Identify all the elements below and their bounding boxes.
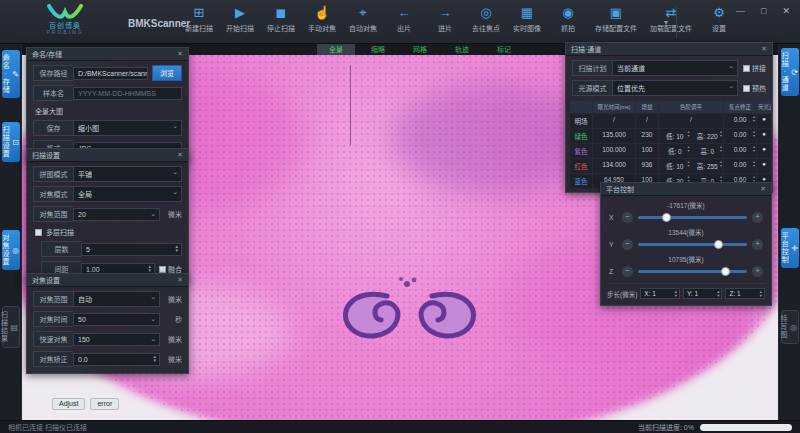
focus-range-label: 对焦范围 bbox=[33, 291, 73, 307]
panel-stage-control: 平台控制 ✕ -17617(微米) X − + 13544(微米) Y − + … bbox=[600, 182, 772, 306]
z-slider-thumb[interactable] bbox=[721, 267, 730, 276]
toolbar-stop-scan[interactable]: ◼ 停止扫描 bbox=[267, 5, 295, 33]
z-step-stepper[interactable]: Z: 1 bbox=[725, 288, 765, 299]
sample-name-input[interactable]: YYYY-MM-DD-HHMMSS bbox=[73, 87, 182, 100]
panel-title: 平台控制 bbox=[606, 184, 634, 194]
x-slider-thumb[interactable] bbox=[662, 213, 671, 222]
y-plus-button[interactable]: + bbox=[752, 239, 763, 250]
focus-mode-select[interactable]: 全局 bbox=[73, 186, 182, 202]
focus-correction-stepper[interactable]: 0.0 bbox=[73, 353, 160, 366]
fusion-checkbox[interactable] bbox=[159, 266, 166, 273]
view-tab-grid[interactable]: 网格 bbox=[401, 44, 439, 55]
channel-toggle[interactable]: ● bbox=[757, 144, 771, 158]
close-icon[interactable]: ✕ bbox=[760, 185, 766, 193]
focus-correction-stepper[interactable]: 0.00 bbox=[724, 144, 756, 158]
y-slider-thumb[interactable] bbox=[714, 240, 723, 249]
toolbar-settings[interactable]: ⚙ 设置 bbox=[705, 5, 733, 33]
x-minus-button[interactable]: − bbox=[622, 212, 633, 223]
browse-button[interactable]: 浏览 bbox=[152, 65, 182, 81]
toolbar-snapshot[interactable]: ◉ 抓拍 bbox=[554, 5, 582, 33]
z-minus-button[interactable]: − bbox=[622, 266, 633, 277]
z-axis-slider-row: Z − + bbox=[609, 266, 763, 277]
panel-title: 扫描·通道 bbox=[571, 44, 601, 54]
close-icon[interactable]: ✕ bbox=[177, 151, 183, 159]
load-slide-icon: → bbox=[439, 5, 452, 21]
z-plus-button[interactable]: + bbox=[752, 266, 763, 277]
adjust-button[interactable]: Adjust bbox=[52, 398, 85, 410]
error-button[interactable]: error bbox=[90, 398, 119, 410]
focus-correction-stepper[interactable]: 0.00 bbox=[724, 114, 756, 128]
y-position-label: 13544(微米) bbox=[601, 227, 771, 237]
save-mode-select[interactable]: 缩小图 bbox=[73, 120, 182, 136]
focus-range-select[interactable]: 自动 bbox=[73, 291, 160, 307]
view-tab-marker[interactable]: 标记 bbox=[485, 44, 523, 55]
sidebar-tab-scan-settings[interactable]: ⊡ 扫描设置 bbox=[2, 122, 20, 162]
toolbar-save-config[interactable]: ▣ 存储配置文件 bbox=[595, 5, 637, 33]
save-path-label: 保存路径 bbox=[33, 65, 73, 81]
sidebar-tab-stage-control[interactable]: ✛ 平台控制 bbox=[781, 228, 799, 268]
toolbar-auto-focus[interactable]: ⌖ 自动对焦 bbox=[349, 5, 377, 33]
level-high-stepper[interactable]: 高: 0 bbox=[692, 144, 724, 158]
minimize-button[interactable]: — bbox=[736, 6, 745, 16]
toolbar-load-config[interactable]: ⇄ 加载配置文件 bbox=[650, 5, 692, 33]
multilayer-checkbox[interactable] bbox=[35, 229, 42, 236]
close-icon[interactable]: ✕ bbox=[177, 50, 183, 58]
y-step-stepper[interactable]: Y: 1 bbox=[683, 288, 723, 299]
auto-focus-icon: ⌖ bbox=[359, 5, 366, 21]
focus-correction-label: 对焦矫正 bbox=[33, 351, 73, 367]
toolbar-live-image[interactable]: ▦ 实时图像 bbox=[513, 5, 541, 33]
logo-subtext: PROBING bbox=[10, 29, 120, 35]
toolbar-start-scan[interactable]: ▶ 开始扫描 bbox=[226, 5, 254, 33]
focus-range-select[interactable]: 20 bbox=[73, 208, 160, 221]
tile-mode-select[interactable]: 平铺 bbox=[73, 166, 182, 182]
close-icon[interactable]: ✕ bbox=[177, 276, 183, 284]
close-button[interactable]: ✕ bbox=[782, 6, 790, 16]
view-tab-thumbnail[interactable]: 缩略 bbox=[359, 44, 397, 55]
col-channel-toggle: 荧光通道 bbox=[757, 101, 771, 113]
sidebar-tab-scan-results[interactable]: ▤ 扫描结果 bbox=[2, 306, 20, 348]
fast-focus-select[interactable]: 150 bbox=[73, 333, 160, 346]
level-low-stepper[interactable]: 低: 10 bbox=[659, 129, 691, 143]
level-low-stepper[interactable]: 低: 10 bbox=[659, 159, 691, 173]
scan-plan-select[interactable]: 当前通道 bbox=[612, 60, 738, 76]
sidebar-tab-focus-settings[interactable]: ◎ 对焦设置 bbox=[2, 230, 20, 270]
layers-stepper[interactable]: 5 bbox=[81, 243, 182, 256]
view-tab-overview[interactable]: 全景 bbox=[317, 44, 355, 55]
step-size-label: 步长(微米) bbox=[607, 289, 637, 299]
y-minus-button[interactable]: − bbox=[622, 239, 633, 250]
focus-correction-stepper[interactable]: 0.00 bbox=[724, 129, 756, 143]
light-mode-select[interactable]: 位置优先 bbox=[612, 80, 738, 96]
focus-time-select[interactable]: 50 bbox=[73, 313, 160, 326]
close-icon[interactable]: ✕ bbox=[761, 45, 767, 53]
focus-correction-stepper[interactable]: 0.00 bbox=[724, 159, 756, 173]
toolbar-eject-slide[interactable]: ← 出片 bbox=[390, 5, 418, 33]
goto-focus-icon: ◎ bbox=[480, 5, 491, 21]
channel-toggle[interactable]: ● bbox=[757, 114, 771, 128]
z-slider[interactable] bbox=[638, 270, 747, 273]
toolbar-new-scan[interactable]: ⊞ 新建扫描 bbox=[185, 5, 213, 33]
channel-toggle[interactable]: ● bbox=[757, 159, 771, 173]
sidebar-tab-closeup-view[interactable]: ◎ 特写图 bbox=[781, 310, 799, 344]
toolbar-more-caret-icon[interactable]: ▾ bbox=[664, 18, 668, 27]
sidebar-tab-naming-storage[interactable]: ✎ 命名·存储 bbox=[2, 50, 20, 98]
view-tab-track[interactable]: 轨迹 bbox=[443, 44, 481, 55]
toolbar-load-slide[interactable]: → 进片 bbox=[431, 5, 459, 33]
level-low-stepper[interactable]: 低: 0 bbox=[659, 144, 691, 158]
toolbar-manual-focus[interactable]: ☝ 手动对焦 bbox=[308, 5, 336, 33]
maximize-button[interactable]: □ bbox=[761, 6, 766, 16]
left-tab-strip: ✎ 命名·存储 ⊡ 扫描设置 ◎ 对焦设置 ▤ 扫描结果 bbox=[0, 44, 22, 420]
x-step-stepper[interactable]: X: 1 bbox=[640, 288, 680, 299]
x-slider[interactable] bbox=[638, 216, 747, 219]
preheat-checkbox[interactable] bbox=[743, 85, 750, 92]
title-bar: 百创博奥 PROBING BMKScanner ⊞ 新建扫描 ▶ 开始扫描 ◼ … bbox=[0, 0, 800, 44]
level-high-stepper[interactable]: 高: 220 bbox=[692, 129, 724, 143]
save-path-input[interactable]: D:/BMKScanner/scanresult/XXX bbox=[73, 67, 148, 80]
sidebar-tab-scan-channels[interactable]: ⟳ 扫描·通道 bbox=[781, 48, 799, 96]
channel-toggle[interactable]: ● bbox=[757, 129, 771, 143]
x-plus-button[interactable]: + bbox=[752, 212, 763, 223]
stitch-checkbox[interactable] bbox=[743, 65, 750, 72]
level-high-stepper[interactable]: 高: 255 bbox=[692, 159, 724, 173]
y-slider[interactable] bbox=[638, 243, 747, 246]
toolbar-goto-focus[interactable]: ◎ 去往焦点 bbox=[472, 5, 500, 33]
table-row-purple: 紫色 100.000 100 低: 0 高: 0 0.00 ● bbox=[570, 144, 768, 158]
